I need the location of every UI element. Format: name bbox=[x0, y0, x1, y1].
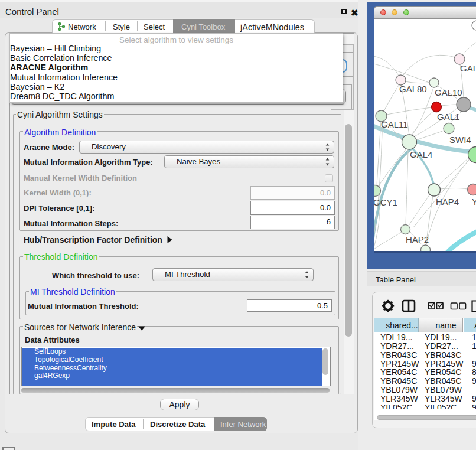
svg-text:HAP2: HAP2 bbox=[406, 234, 429, 244]
svg-text:GAL10: GAL10 bbox=[435, 87, 462, 97]
svg-text:GAL1: GAL1 bbox=[437, 112, 459, 122]
svg-text:GAL2: GAL2 bbox=[460, 63, 476, 73]
svg-text:GCY1: GCY1 bbox=[374, 197, 397, 207]
svg-text:GAL80: GAL80 bbox=[399, 84, 427, 94]
svg-text:HAP4: HAP4 bbox=[436, 197, 459, 207]
svg-text:GAL11: GAL11 bbox=[381, 119, 408, 129]
svg-text:GAL4: GAL4 bbox=[410, 149, 432, 159]
svg-text:SWI4: SWI4 bbox=[449, 135, 471, 145]
svg-text:Y: Y bbox=[472, 197, 476, 207]
